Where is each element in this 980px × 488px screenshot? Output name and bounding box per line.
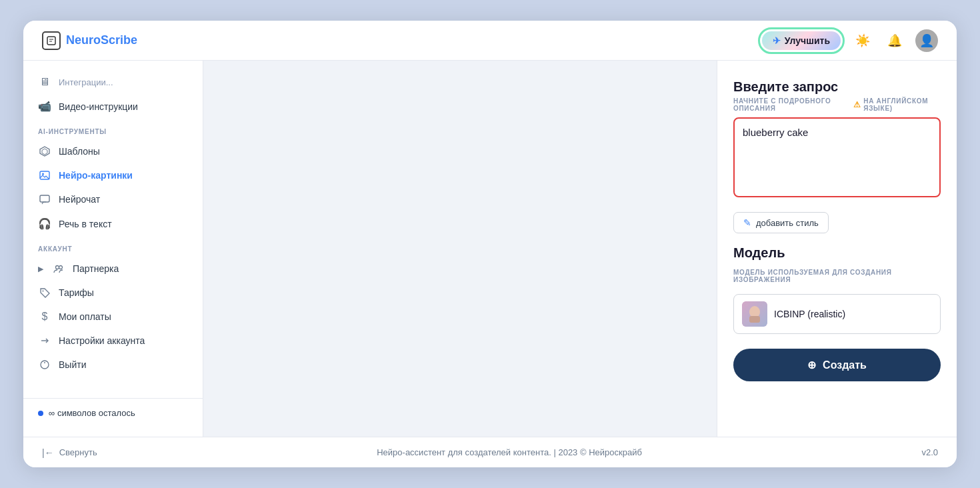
svg-rect-14	[749, 316, 760, 323]
svg-point-6	[42, 173, 44, 175]
svg-point-11	[41, 361, 49, 369]
query-title: Введите запрос	[733, 79, 941, 95]
sidebar-item-neuro-images-label: Нейро-картинки	[59, 170, 133, 181]
sidebar-item-video[interactable]: 📹 Видео-инструкции	[23, 94, 203, 119]
sidebar-section-ai: AI-ИНСТРУМЕНТЫ	[23, 119, 203, 139]
sidebar-item-speech-label: Речь в текст	[59, 219, 112, 229]
sidebar: 🖥 Интеграции... 📹 Видео-инструкции AI-ИН…	[23, 61, 203, 437]
query-subtitle-lang: НА АНГЛИЙСКОМ ЯЗЫКЕ)	[863, 97, 941, 112]
create-label: Создать	[823, 359, 867, 371]
footer-version: v2.0	[921, 447, 938, 457]
sidebar-item-integrations[interactable]: 🖥 Интеграции...	[23, 70, 203, 94]
sidebar-item-speech[interactable]: 🎧 Речь в текст	[23, 211, 203, 236]
svg-point-9	[59, 266, 63, 269]
settings-icon	[38, 335, 51, 347]
svg-point-10	[43, 291, 44, 292]
bell-button[interactable]: 🔔	[883, 29, 906, 52]
dollar-icon: $	[38, 311, 51, 323]
symbols-dot	[38, 411, 43, 416]
video-icon: 📹	[38, 100, 51, 113]
sidebar-item-logout-label: Выйти	[59, 359, 86, 370]
header: NeuroScribe Улучшить ☀️ 🔔 👤	[23, 21, 957, 61]
model-subtitle: МОДЕЛЬ ИСПОЛЬЗУЕМАЯ ДЛЯ СОЗДАНИЯ ИЗОБРАЖ…	[733, 269, 941, 283]
sun-button[interactable]: ☀️	[851, 29, 874, 52]
logo-icon	[42, 31, 61, 50]
add-style-icon: ✎	[743, 217, 751, 228]
model-selector[interactable]: ICBINP (realistic)	[733, 294, 941, 334]
app-window: NeuroScribe Улучшить ☀️ 🔔 👤 🖥 Инте	[23, 21, 957, 467]
sidebar-item-partner-label: Партнерка	[73, 263, 119, 274]
footer-center: Нейро-ассистент для создателей контента.…	[377, 447, 642, 457]
svg-point-8	[56, 266, 59, 269]
query-subtitle: НАЧНИТЕ С ПОДРОБНОГО ОПИСАНИЯ ⚠ НА АНГЛИ…	[733, 97, 941, 112]
footer: |← Свернуть Нейро-ассистент для создател…	[23, 437, 957, 467]
query-subtitle-text: НАЧНИТЕ С ПОДРОБНОГО ОПИСАНИЯ	[733, 97, 848, 112]
sidebar-item-payments[interactable]: $ Мои оплаты	[23, 305, 203, 329]
monitor-icon: 🖥	[38, 76, 51, 88]
symbols-label: ∞ символов осталось	[49, 408, 135, 418]
sidebar-item-settings-label: Настройки аккаунта	[59, 335, 145, 346]
right-panel: Введите запрос НАЧНИТЕ С ПОДРОБНОГО ОПИС…	[717, 61, 957, 437]
model-title: Модель	[733, 245, 941, 261]
svg-rect-0	[47, 37, 55, 45]
sidebar-item-video-label: Видео-инструкции	[59, 101, 138, 112]
avatar[interactable]: 👤	[915, 29, 938, 52]
sun-icon: ☀️	[855, 33, 870, 48]
content-area	[203, 61, 717, 437]
collapse-icon: |←	[42, 447, 54, 458]
add-style-label: добавить стиль	[756, 218, 819, 228]
sidebar-item-templates[interactable]: Шаблоны	[23, 139, 203, 163]
sidebar-item-settings[interactable]: Настройки аккаунта	[23, 329, 203, 353]
sidebar-item-integrations-label: Интеграции...	[59, 77, 113, 87]
add-style-section: ✎ добавить стиль	[733, 212, 941, 233]
header-right: Улучшить ☀️ 🔔 👤	[761, 29, 938, 52]
sidebar-item-templates-label: Шаблоны	[59, 146, 100, 157]
sidebar-item-neuro-chat[interactable]: Нейрочат	[23, 187, 203, 211]
footer-left[interactable]: |← Свернуть	[42, 447, 97, 458]
avatar-icon: 👤	[919, 33, 934, 48]
partner-icon	[52, 263, 65, 275]
svg-rect-7	[40, 195, 49, 202]
sidebar-item-neuro-images[interactable]: Нейро-картинки	[23, 163, 203, 187]
sidebar-item-payments-label: Мои оплаты	[59, 311, 111, 322]
sidebar-item-partner[interactable]: ▶ Партнерка	[23, 257, 203, 281]
templates-icon	[38, 145, 51, 157]
warn-icon: ⚠	[853, 100, 861, 109]
main-layout: 🖥 Интеграции... 📹 Видео-инструкции AI-ИН…	[23, 61, 957, 437]
image-icon	[38, 169, 51, 181]
create-button[interactable]: ⊕ Создать	[733, 349, 941, 381]
sidebar-symbols: ∞ символов осталось	[23, 398, 203, 427]
sidebar-item-tariffs-label: Тарифы	[59, 287, 94, 298]
bell-icon: 🔔	[887, 33, 902, 48]
model-name: ICBINP (realistic)	[774, 309, 845, 319]
query-section: Введите запрос НАЧНИТЕ С ПОДРОБНОГО ОПИС…	[733, 79, 941, 200]
upgrade-label: Улучшить	[785, 35, 830, 46]
model-thumbnail	[742, 301, 767, 327]
sidebar-section-account: АККАУНТ	[23, 236, 203, 257]
upgrade-button[interactable]: Улучшить	[761, 30, 842, 51]
logo: NeuroScribe	[42, 31, 137, 50]
logout-icon	[38, 359, 51, 371]
sidebar-item-logout[interactable]: Выйти	[23, 353, 203, 377]
sidebar-item-neuro-chat-label: Нейрочат	[59, 194, 100, 205]
query-textarea[interactable]: blueberry cake	[733, 117, 941, 197]
chat-icon	[38, 193, 51, 205]
sidebar-item-tariffs[interactable]: Тарифы	[23, 281, 203, 305]
tag-icon	[38, 287, 51, 299]
logo-text: NeuroScribe	[66, 33, 137, 47]
svg-marker-4	[42, 149, 47, 155]
create-icon: ⊕	[807, 359, 816, 371]
collapse-label: Свернуть	[59, 447, 97, 457]
add-style-button[interactable]: ✎ добавить стиль	[733, 212, 829, 233]
model-section: Модель МОДЕЛЬ ИСПОЛЬЗУЕМАЯ ДЛЯ СОЗДАНИЯ …	[733, 245, 941, 334]
arrow-icon: ▶	[38, 265, 43, 273]
headphones-icon: 🎧	[38, 217, 51, 230]
